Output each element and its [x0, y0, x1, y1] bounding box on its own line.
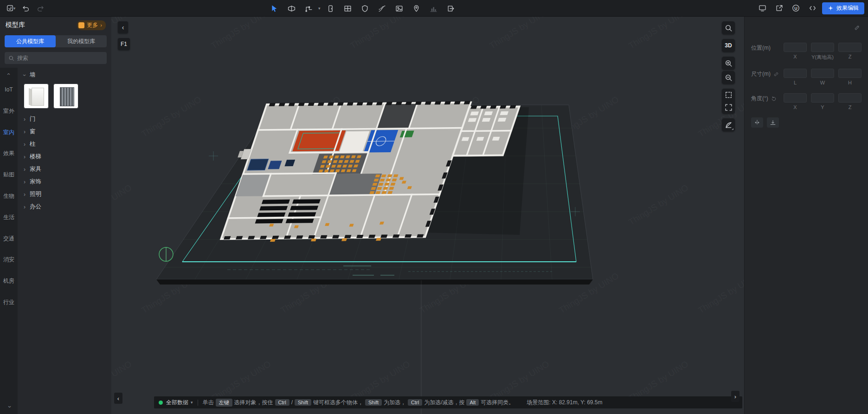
tree-item-窗[interactable]: ›窗 [18, 125, 111, 138]
chevron-icon: › [24, 204, 26, 210]
property-label: 角度(°) [751, 93, 777, 103]
zoom-in-icon [725, 59, 733, 67]
tree-item-楼梯[interactable]: ›楼梯 [18, 150, 111, 163]
category-生物[interactable]: 生物 [0, 186, 18, 207]
scroll-up-icon[interactable]: › [4, 73, 14, 75]
axis-label: Y(离地高) [811, 54, 834, 61]
tree-item-办公[interactable]: ›办公 [18, 201, 111, 213]
mirror-button[interactable] [751, 117, 763, 128]
select-tool[interactable] [267, 2, 281, 14]
link-icon[interactable] [773, 71, 779, 77]
effects-icon[interactable] [853, 24, 861, 32]
tree-item-门[interactable]: ›门 [18, 113, 111, 125]
model-thumbnail-wall-striped[interactable] [53, 84, 78, 109]
floor-grid-tool[interactable] [341, 2, 355, 14]
category-室外[interactable]: 室外 [0, 101, 18, 122]
wall-tool[interactable] [284, 2, 298, 14]
viewport-toolbar: 3D [722, 21, 735, 131]
tree-label: 家饰 [30, 178, 41, 186]
category-消安[interactable]: 消安 [0, 249, 18, 271]
prop-input-X[interactable] [784, 93, 807, 103]
flatten-button[interactable] [767, 117, 779, 128]
reset-icon[interactable] [771, 96, 777, 102]
zoom-in-button[interactable] [722, 57, 735, 70]
prop-input-H[interactable] [838, 69, 862, 78]
prop-input-Y(离地高)[interactable] [811, 43, 834, 52]
model-thumbnail-wall-plain[interactable] [24, 84, 49, 109]
category-机房[interactable]: 机房 [0, 271, 18, 292]
topbar: ▾ ▾ U 效果编辑 [0, 0, 868, 17]
corner-wall-tool[interactable] [302, 2, 315, 14]
scene-search-button[interactable] [722, 21, 735, 34]
hint-segment: 为加选/减选，按 [424, 399, 464, 407]
vip-icon [78, 22, 84, 28]
more-models-button[interactable]: 更多 › [77, 20, 106, 30]
data-status-dot [159, 401, 163, 405]
hint-segment: 单击 [203, 399, 214, 407]
category-贴图[interactable]: 贴图 [0, 164, 18, 186]
tab-公共模型库[interactable]: 公共模型库 [5, 35, 56, 47]
tree-item-家饰[interactable]: ›家饰 [18, 175, 111, 188]
prop-input-W[interactable] [811, 69, 834, 78]
door-tool[interactable] [324, 2, 338, 14]
axis-label: X [793, 54, 797, 59]
zoom-out-button[interactable] [722, 71, 735, 84]
prop-input-Z[interactable] [838, 43, 862, 52]
poi-tool[interactable] [410, 2, 424, 14]
category-生活[interactable]: 生活 [0, 207, 18, 228]
category-行业[interactable]: 行业 [0, 292, 18, 313]
api-icon[interactable] [805, 2, 819, 14]
marquee-select-button[interactable] [722, 89, 735, 101]
image-tool[interactable] [392, 2, 406, 14]
scene-range-label: 场景范围: X: 82.91m, Y: 69.5m [527, 399, 602, 407]
sparkle-icon [828, 5, 834, 11]
category-交通[interactable]: 交通 [0, 228, 18, 250]
property-row: 位置(m)XY(离地高)Z [751, 43, 862, 61]
fit-view-button[interactable] [722, 101, 735, 114]
collapse-bottom-left-button[interactable]: ‹ [114, 393, 122, 404]
data-source-dropdown[interactable]: 全部数据 ▾ [166, 399, 193, 407]
category-效果[interactable]: 效果 [0, 143, 18, 164]
view-mode-button[interactable]: 3D [722, 39, 735, 52]
library-tabs: 公共模型库我的模型库 [5, 35, 107, 47]
preview-icon[interactable] [755, 2, 769, 14]
prop-input-Z[interactable] [838, 93, 862, 103]
corner-wall-tool-caret-icon[interactable]: ▾ [318, 6, 321, 11]
axis-label: Z [849, 104, 852, 110]
tree-item-墙[interactable]: ›墙 [18, 69, 111, 81]
uino-icon[interactable]: U [789, 2, 803, 14]
search-input[interactable] [17, 55, 103, 61]
collapse-right-panel-button[interactable]: › [731, 391, 739, 402]
road-tool[interactable] [375, 2, 389, 14]
undo-button[interactable] [19, 2, 32, 14]
tree-label: 墙 [30, 71, 36, 79]
data-source-label: 全部数据 [166, 399, 188, 407]
redo-button[interactable] [33, 2, 47, 14]
floor-selector-button[interactable]: F1 [118, 38, 130, 50]
axis-label: Z [849, 54, 852, 59]
axis-label: L [794, 80, 797, 85]
tab-我的模型库[interactable]: 我的模型库 [56, 35, 107, 47]
prop-input-X[interactable] [784, 43, 807, 52]
tree-item-家具[interactable]: ›家具 [18, 163, 111, 175]
tree-item-柱[interactable]: ›柱 [18, 138, 111, 150]
panel-header: 模型库 更多 › [0, 17, 111, 33]
category-室内[interactable]: 室内 [0, 122, 18, 143]
angle-snap-button[interactable] [722, 118, 735, 131]
tree-item-照明[interactable]: ›照明 [18, 188, 111, 201]
app-logo-button[interactable]: ▾ [4, 2, 18, 14]
chevron-icon: › [24, 154, 26, 160]
export-tool[interactable] [444, 2, 458, 14]
mirror-icon [754, 119, 760, 126]
scroll-down-icon[interactable]: › [4, 406, 14, 408]
publish-icon[interactable] [772, 2, 786, 14]
prop-input-L[interactable] [784, 69, 807, 78]
category-IoT[interactable]: IoT [0, 79, 18, 101]
collapse-left-panel-button[interactable]: ‹ [118, 21, 128, 33]
effect-edit-button[interactable]: 效果编辑 [822, 2, 864, 14]
scene-canvas[interactable]: ThingJS by UINOThingJS by UINOThingJS by… [111, 17, 744, 414]
chevron-icon: › [24, 129, 26, 135]
prop-input-Y[interactable] [811, 93, 834, 103]
security-tool[interactable] [358, 2, 372, 14]
flatten-icon [770, 119, 776, 126]
